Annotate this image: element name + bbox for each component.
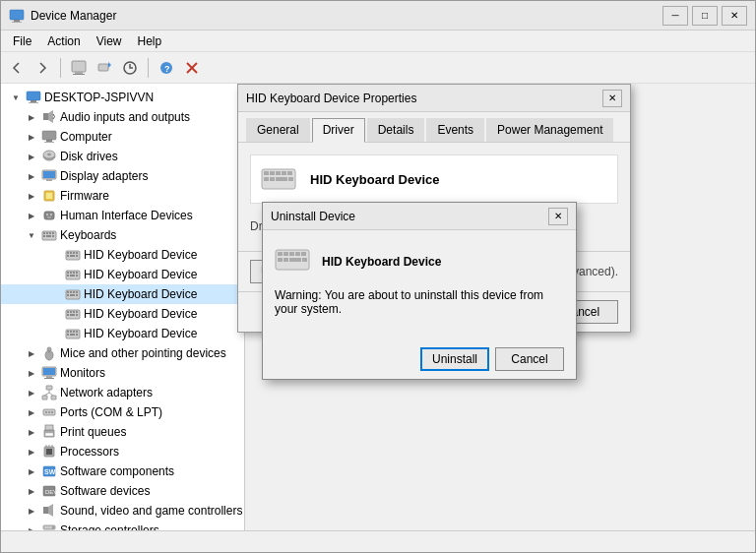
svg-rect-86 xyxy=(46,376,52,378)
tree-item-display[interactable]: ▶ Display adapters xyxy=(1,166,244,186)
tree-item-keyboards[interactable]: ▼ Keyboards xyxy=(1,225,244,245)
svg-rect-28 xyxy=(46,193,52,199)
computer-toggle[interactable]: ▶ xyxy=(25,130,38,144)
hid-kb-2-label: HID Keyboard Device xyxy=(84,268,197,281)
tab-events[interactable]: Events xyxy=(426,118,484,142)
hid-toggle[interactable]: ▶ xyxy=(25,209,38,222)
storage-label: Storage controllers xyxy=(60,523,159,530)
tree-item-processors[interactable]: ▶ Processors xyxy=(1,442,244,461)
tab-driver[interactable]: Driver xyxy=(312,118,365,143)
svg-rect-125 xyxy=(287,171,292,175)
tree-root[interactable]: ▼ DESKTOP-JSPIVVN xyxy=(1,88,244,107)
uninstall-button[interactable] xyxy=(180,56,204,80)
keyboards-toggle[interactable]: ▼ xyxy=(25,228,38,242)
hid-kb-2-icon xyxy=(65,267,81,282)
tree-item-software-dev[interactable]: ▶ DEV Software devices xyxy=(1,481,244,501)
display-label: Display adapters xyxy=(60,169,148,183)
window-title: Device Manager xyxy=(31,9,662,23)
tree-item-sound[interactable]: ▶ Sound, video and game controllers xyxy=(1,501,244,521)
tree-item-hid-kb-3[interactable]: ▶ HID Keyboard Device xyxy=(1,284,244,304)
tree-item-ports[interactable]: ▶ Ports (COM & LPT) xyxy=(1,402,244,422)
svg-rect-1 xyxy=(14,20,20,22)
svg-rect-127 xyxy=(270,177,275,181)
disk-toggle[interactable]: ▶ xyxy=(25,150,38,163)
svg-rect-46 xyxy=(67,255,69,257)
tree-item-hid-kb-4[interactable]: ▶ HID Keyboard Device xyxy=(1,304,244,324)
back-button[interactable] xyxy=(5,56,29,80)
sound-label: Sound, video and game controllers xyxy=(60,504,242,518)
uninstall-confirm-button[interactable]: Uninstall xyxy=(420,347,489,371)
svg-point-30 xyxy=(46,214,48,215)
svg-rect-2 xyxy=(12,22,22,23)
svg-text:SW: SW xyxy=(44,468,56,475)
tree-item-computer[interactable]: ▶ Computer xyxy=(1,127,244,147)
tree-item-storage[interactable]: ▶ Storage controllers xyxy=(1,521,244,530)
tree-item-disk[interactable]: ▶ Disk drives xyxy=(1,147,244,166)
tab-general[interactable]: General xyxy=(246,118,310,142)
forward-button[interactable] xyxy=(31,56,54,80)
tab-power[interactable]: Power Management xyxy=(486,118,613,142)
menu-view[interactable]: View xyxy=(89,32,130,50)
tree-item-hid-kb-5[interactable]: ▶ HID Keyboard Device xyxy=(1,324,244,343)
maximize-button[interactable]: □ xyxy=(692,6,718,26)
tree-item-mice[interactable]: ▶ Mice and other pointing devices xyxy=(1,343,244,363)
svg-rect-68 xyxy=(73,311,75,313)
tree-item-software-comp[interactable]: ▶ SW Software components xyxy=(1,461,244,481)
network-icon xyxy=(41,385,57,400)
tree-item-hid-kb-1[interactable]: ▶ HID Keyboard Device xyxy=(1,245,244,265)
svg-rect-6 xyxy=(98,64,108,71)
display-toggle[interactable]: ▶ xyxy=(25,169,38,183)
firmware-toggle[interactable]: ▶ xyxy=(25,189,38,203)
svg-rect-52 xyxy=(73,272,75,274)
svg-point-23 xyxy=(47,154,51,156)
svg-rect-139 xyxy=(302,258,307,262)
hid-kb-1-icon xyxy=(65,247,81,263)
svg-rect-36 xyxy=(49,232,51,234)
uninstall-dialog: Uninstall Device ✕ xyxy=(262,202,577,380)
tree-item-monitors[interactable]: ▶ Monitors xyxy=(1,363,244,383)
firmware-label: Firmware xyxy=(60,189,109,203)
menu-file[interactable]: File xyxy=(5,32,39,50)
uninstall-close-button[interactable]: ✕ xyxy=(548,208,568,225)
software-comp-icon: SW xyxy=(41,463,57,479)
svg-rect-78 xyxy=(67,334,69,336)
svg-rect-0 xyxy=(10,10,24,20)
properties-title-bar: HID Keyboard Device Properties ✕ xyxy=(238,85,630,112)
close-button[interactable]: ✕ xyxy=(722,6,747,26)
svg-rect-126 xyxy=(264,177,269,181)
hid-kb-3-label: HID Keyboard Device xyxy=(84,287,197,301)
tree-item-audio[interactable]: ▶ Audio inputs and outputs xyxy=(1,107,244,127)
hid-kb-5-label: HID Keyboard Device xyxy=(84,327,197,340)
hid-icon xyxy=(41,208,57,223)
svg-point-83 xyxy=(47,347,51,351)
properties-button[interactable] xyxy=(67,56,91,80)
tree-item-print[interactable]: ▶ Print queues xyxy=(1,422,244,442)
tree-item-hid[interactable]: ▶ Human Interface Devices xyxy=(1,206,244,225)
uninstall-cancel-button[interactable]: Cancel xyxy=(495,347,564,371)
disk-label: Disk drives xyxy=(60,150,118,163)
help-button[interactable]: ? xyxy=(155,56,178,80)
scan-changes-button[interactable] xyxy=(118,56,142,80)
svg-rect-55 xyxy=(70,275,75,276)
tree-item-hid-kb-2[interactable]: ▶ HID Keyboard Device xyxy=(1,265,244,284)
root-toggle[interactable]: ▼ xyxy=(9,91,23,104)
tree-item-firmware[interactable]: ▶ Firmware xyxy=(1,186,244,206)
tree-item-network[interactable]: ▶ Network adapters xyxy=(1,383,244,402)
uninstall-title-bar: Uninstall Device ✕ xyxy=(263,203,576,230)
menu-help[interactable]: Help xyxy=(130,32,170,50)
storage-icon xyxy=(41,522,57,530)
svg-rect-35 xyxy=(46,232,48,234)
svg-rect-69 xyxy=(76,311,78,313)
svg-rect-66 xyxy=(67,311,69,313)
minimize-button[interactable]: ─ xyxy=(662,6,688,26)
keyboards-icon xyxy=(41,227,57,243)
properties-close-button[interactable]: ✕ xyxy=(602,90,622,107)
hid-kb-1-label: HID Keyboard Device xyxy=(84,248,197,262)
audio-toggle[interactable]: ▶ xyxy=(25,110,38,124)
keyboards-label: Keyboards xyxy=(60,228,116,242)
update-driver-button[interactable] xyxy=(93,56,116,80)
tab-details[interactable]: Details xyxy=(367,118,425,142)
print-icon xyxy=(41,424,57,440)
menu-action[interactable]: Action xyxy=(39,32,88,50)
mice-icon xyxy=(41,345,57,361)
